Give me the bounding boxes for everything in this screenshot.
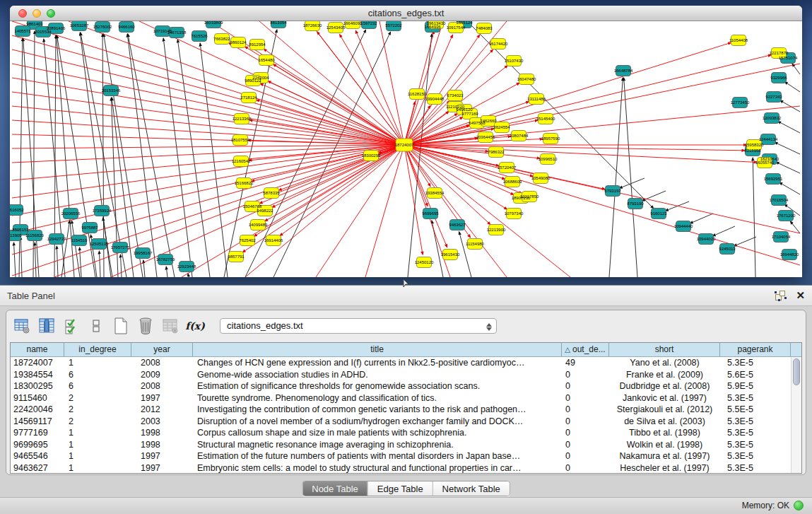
table-settings-icon[interactable] [13, 317, 30, 335]
table-cell: 5.6E-5 [720, 369, 791, 381]
graph-node-label: 9857791 [228, 255, 245, 259]
delete-table-disabled-icon[interactable] [162, 317, 179, 335]
close-window-icon[interactable] [18, 9, 27, 18]
graph-node-label: 10688609 [503, 180, 522, 184]
table-cell: 1 [64, 450, 131, 462]
table-row[interactable]: 2242004622012Investigating the contribut… [11, 404, 791, 416]
graph-edge [23, 38, 39, 277]
new-document-icon[interactable] [112, 317, 129, 335]
graph-edge [642, 191, 666, 201]
graph-edge [404, 145, 423, 255]
column-header-short[interactable]: short [609, 343, 720, 356]
graph-node-label: 9313905 [10, 233, 22, 238]
memory-indicator[interactable]: Memory: OK [742, 501, 804, 510]
graph-node-label: 8505151 [12, 228, 29, 232]
graph-node-label: 16055740 [755, 160, 775, 165]
close-icon[interactable]: ✕ [796, 290, 805, 300]
table-row[interactable]: 911546021997Tourette syndrome. Phenomeno… [11, 392, 791, 404]
scrollbar-thumb[interactable] [793, 358, 800, 385]
graph-node-label: 19613430 [427, 21, 446, 25]
network-svg[interactable]: 9861403140557120155342089140610653287152… [10, 21, 802, 277]
delete-icon[interactable] [137, 317, 154, 335]
table-row[interactable]: 1456911722003Disruption of a novel membe… [11, 416, 791, 428]
graph-edge [779, 182, 800, 194]
zoom-window-icon[interactable] [47, 9, 55, 18]
table-cell: 0 [562, 369, 609, 381]
vertical-scrollbar[interactable] [791, 357, 801, 473]
column-header-out-de-[interactable]: △out_de... [562, 343, 609, 356]
table-cell: Dudbridge et al. (2008) [609, 380, 720, 392]
graph-node-label: 15145400 [536, 117, 555, 121]
table-row[interactable]: 969969511998Structural magnetic resonanc… [11, 439, 791, 451]
column-header-title[interactable]: title [193, 343, 562, 356]
graph-node-label: 1654480 [258, 58, 275, 62]
graph-node-label: 18724007 [395, 143, 414, 147]
table-cell: Franke et al. (2009) [609, 369, 720, 381]
graph-edge [99, 251, 100, 277]
graph-edge [404, 145, 800, 265]
graph-node-label: 17016504 [770, 198, 789, 202]
table-cell: 2 [64, 416, 131, 428]
table-row[interactable]: 1872400712008Changes of HCN gene express… [11, 357, 791, 369]
graph-edge [753, 158, 755, 277]
graph-node-label: 1154519 [71, 238, 88, 243]
table-row[interactable]: 1830029562008Estimation of significance … [11, 380, 791, 392]
graph-node-label: 8912954 [249, 42, 266, 47]
graph-edge [14, 243, 16, 277]
table-cell: Stergiakouli et al. (2012) [609, 404, 720, 416]
graph-edge [12, 145, 404, 148]
table-cell: Wolkin et al. (1998) [609, 439, 720, 451]
graph-edge [265, 145, 404, 221]
function-builder-icon[interactable]: f(x) [187, 317, 204, 335]
tab-network-table[interactable]: Network Table [433, 481, 510, 496]
float-window-icon[interactable] [775, 290, 786, 300]
table-row[interactable]: 977716911998Corpus callosum shape and si… [11, 427, 791, 439]
table-cell: 6 [64, 380, 131, 392]
table-cell: 0 [562, 380, 609, 392]
graph-edge [609, 78, 623, 277]
graph-node-label: 12160542 [232, 159, 251, 163]
table-frame: f(x) citations_edges.txt namein_degreeye… [6, 310, 806, 475]
graph-node-label: 10996510 [539, 157, 558, 161]
column-header-year[interactable]: year [131, 343, 193, 356]
graph-edge [317, 32, 404, 145]
graph-edge [355, 30, 404, 145]
select-all-check-icon[interactable] [63, 317, 80, 335]
graph-edge [127, 34, 157, 277]
graph-node-label: 12093832 [763, 116, 782, 120]
tab-edge-table[interactable]: Edge Table [367, 481, 433, 496]
table-row[interactable]: 946554611997Estimation of the future num… [11, 450, 791, 462]
graph-node-label: 7625402 [239, 238, 256, 243]
graph-node-label: 9860124 [230, 40, 247, 45]
column-header-pagerank[interactable]: pagerank [720, 343, 791, 356]
table-cell: 5.3E-5 [720, 462, 791, 474]
column-chooser-icon[interactable] [38, 317, 55, 335]
graph-edge [624, 78, 637, 277]
graph-node-label: 16648784 [614, 69, 633, 73]
memory-label: Memory: OK [742, 501, 789, 510]
minimize-window-icon[interactable] [33, 9, 41, 18]
mouse-cursor [403, 279, 410, 288]
desktop-background: citations_edges.txt 98614031405571201553… [0, 0, 812, 285]
table-row[interactable]: 1938455462009Genome-wide association stu… [11, 369, 791, 381]
rows-icon[interactable] [88, 317, 105, 335]
network-canvas[interactable]: 9861403140557120155342089140610653287152… [10, 21, 802, 277]
network-selector[interactable]: citations_edges.txt [220, 318, 497, 334]
graph-node-label: 5878335 [263, 191, 280, 195]
table-cell: 9699695 [11, 439, 64, 451]
graph-node-label: 15276002 [93, 25, 112, 29]
table-cell: 9115460 [11, 392, 64, 404]
graph-node-label: 20364456 [476, 135, 495, 139]
graph-node-label: 12942737 [47, 237, 66, 241]
column-header-in-degree[interactable]: in_degree [64, 343, 131, 356]
graph-node-label: 18300295 [362, 153, 381, 158]
network-window-titlebar[interactable]: citations_edges.txt [10, 6, 802, 21]
graph-edge [784, 82, 800, 92]
column-header-name[interactable]: name [11, 343, 64, 356]
tab-node-table[interactable]: Node Table [302, 481, 367, 496]
graph-node-label: 9861403 [26, 22, 43, 26]
table-cell: Tibbo et al. (1998) [609, 427, 720, 439]
graph-node-label: 8215958 [744, 148, 761, 153]
table-row[interactable]: 946362711997Embryonic stem cells: a mode… [11, 462, 791, 474]
table-cell: 0 [562, 427, 609, 439]
